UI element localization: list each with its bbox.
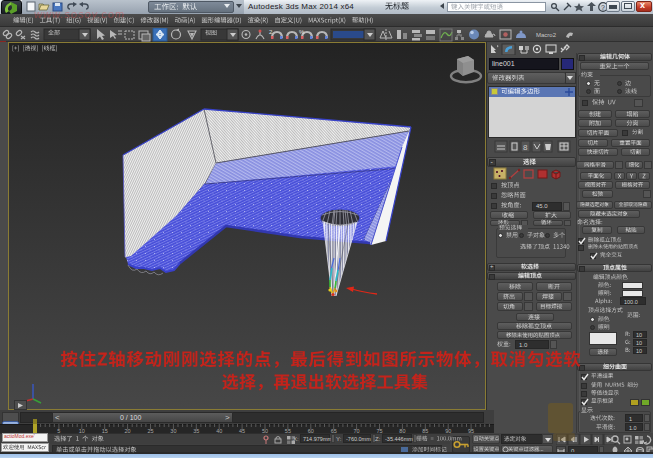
svg-text:?: ? <box>601 4 605 11</box>
svg-text:8: 8 <box>523 143 528 152</box>
svg-text:%: % <box>299 29 305 35</box>
svg-text:Macro2: Macro2 <box>536 32 557 38</box>
